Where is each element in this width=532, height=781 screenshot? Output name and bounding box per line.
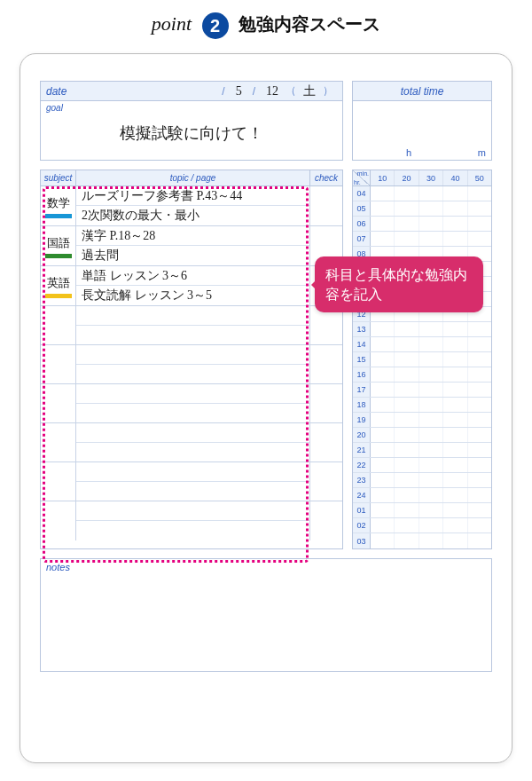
time-cell (468, 232, 491, 246)
time-cell (395, 488, 419, 502)
time-cell (419, 488, 443, 502)
study-table: subject topic / page check 数学ルーズリーフ参考書 P… (40, 170, 343, 549)
time-cell (468, 352, 491, 367)
hour-label: 15 (353, 352, 371, 367)
time-cell (371, 337, 395, 351)
planner-sheet: date / 5 / 12 （ 土 ） goal 模擬試験に向けて！ total… (20, 53, 512, 763)
time-grid-row: 16 (353, 367, 491, 383)
time-cell (468, 322, 491, 336)
minute-header-cell: 50 (468, 170, 491, 185)
hour-label: 19 (353, 413, 371, 427)
time-cell (395, 413, 419, 427)
corner-min-label: min. (357, 170, 369, 177)
time-cell (419, 352, 443, 367)
time-cell (468, 201, 491, 216)
time-cell (443, 232, 467, 246)
page-heading: point 2 勉強内容スペース (0, 0, 532, 39)
time-cell (443, 322, 467, 336)
time-grid-row: 20 (353, 428, 491, 443)
time-cell (419, 428, 443, 442)
time-cell (395, 337, 419, 351)
date-month: 5 (236, 84, 242, 99)
total-time-label: total time (353, 82, 491, 101)
col-subject-label: subject (41, 170, 76, 185)
study-row-blank (41, 462, 342, 501)
topic-line: 漢字 P.18～28 (76, 226, 309, 246)
time-cell (371, 458, 395, 472)
date-weekday: 土 (303, 83, 316, 99)
corner-hr-label: hr. (354, 179, 361, 185)
time-grid-row: 24 (353, 488, 491, 503)
time-cell (468, 443, 491, 457)
time-grid-corner: min. hr. (353, 170, 371, 185)
time-cell (468, 428, 491, 442)
time-grid-row: 22 (353, 458, 491, 473)
time-cell (395, 503, 419, 517)
check-cell (310, 186, 342, 225)
subject-tag: 数学 (45, 194, 72, 218)
time-cell (395, 322, 419, 336)
notes-label: notes (46, 562, 486, 572)
time-cell (371, 503, 395, 517)
time-cell (371, 413, 395, 427)
study-table-head: subject topic / page check (41, 170, 342, 186)
hour-label: 06 (353, 217, 371, 231)
study-row-blank (41, 501, 342, 540)
time-cell (443, 217, 467, 231)
study-row-blank (41, 306, 342, 345)
time-cell (419, 473, 443, 487)
time-grid-row: 03 (353, 533, 491, 548)
time-cell (395, 367, 419, 382)
point-number-badge: 2 (202, 12, 229, 39)
time-cell (371, 518, 395, 532)
time-grid-row: 02 (353, 518, 491, 533)
time-cell (419, 337, 443, 351)
time-cell (443, 383, 467, 397)
hour-label: 24 (353, 488, 371, 502)
study-row-blank (41, 345, 342, 384)
date-slash: / (253, 85, 255, 98)
minute-header-cell: 10 (371, 170, 395, 185)
hour-label: 03 (353, 533, 371, 548)
time-cell (371, 322, 395, 336)
time-cell (468, 458, 491, 472)
time-cell (419, 398, 443, 412)
time-cell (395, 398, 419, 412)
time-cell (419, 533, 443, 548)
study-row: 数学ルーズリーフ参考書 P.43～442次関数の最大・最小 (41, 186, 342, 226)
time-grid-row: 14 (353, 337, 491, 352)
time-cell (443, 443, 467, 457)
minute-header-cell: 40 (443, 170, 467, 185)
study-row: 英語単語 レッスン 3～6長文読解 レッスン 3～5 (41, 266, 342, 306)
time-cell (419, 201, 443, 216)
topic-line: 長文読解 レッスン 3～5 (76, 286, 309, 305)
time-cell (468, 367, 491, 382)
time-cell (419, 217, 443, 231)
time-grid-row: 07 (353, 232, 491, 247)
time-cell (395, 232, 419, 246)
time-cell (395, 352, 419, 367)
time-cell (443, 518, 467, 532)
topic-line: ルーズリーフ参考書 P.43～44 (76, 186, 309, 206)
study-row: 国語漢字 P.18～28過去問 (41, 226, 342, 266)
hour-label: 17 (353, 383, 371, 397)
hour-label: 13 (353, 322, 371, 336)
time-cell (395, 518, 419, 532)
time-cell (443, 201, 467, 216)
time-cell (395, 383, 419, 397)
time-cell (468, 217, 491, 231)
total-time-box: total time h m (352, 81, 492, 161)
time-cell (443, 352, 467, 367)
goal-text: 模擬試験に向けて！ (41, 122, 342, 144)
time-cell (395, 428, 419, 442)
time-cell (419, 413, 443, 427)
time-cell (419, 232, 443, 246)
time-cell (443, 413, 467, 427)
time-cell (443, 488, 467, 502)
time-cell (443, 533, 467, 548)
time-cell (371, 488, 395, 502)
time-grid-row: 19 (353, 413, 491, 428)
time-grid-row: 23 (353, 473, 491, 488)
time-cell (371, 473, 395, 487)
time-cell (419, 322, 443, 336)
